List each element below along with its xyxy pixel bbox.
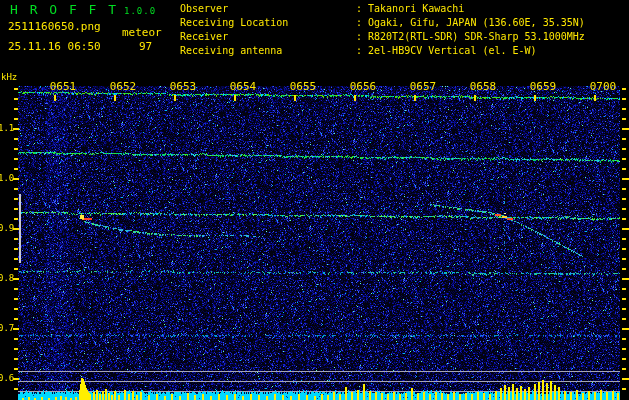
time-tick-label: 0654 bbox=[226, 80, 260, 93]
station-info-row: Receiving antenna: 2el-HB9CV Vertical (e… bbox=[180, 44, 585, 58]
time-tick-label: 0700 bbox=[586, 80, 620, 93]
time-tick-label: 0657 bbox=[406, 80, 440, 93]
output-filename: 2511160650.png bbox=[8, 20, 101, 33]
time-tick-label: 0651 bbox=[46, 80, 80, 93]
mode-label: meteor bbox=[122, 26, 162, 39]
info-label: Receiving Location bbox=[180, 16, 356, 30]
time-tick-label: 0655 bbox=[286, 80, 320, 93]
time-tick-label: 0659 bbox=[526, 80, 560, 93]
hrofft-window: H R O F F T 1.0.0 2511160650.png meteor … bbox=[0, 0, 629, 400]
echo-count: 97 bbox=[139, 40, 152, 53]
info-label: Observer bbox=[180, 2, 356, 16]
time-tick-label: 0656 bbox=[346, 80, 380, 93]
time-tick-label: 0658 bbox=[466, 80, 500, 93]
info-value: : Ogaki, Gifu, JAPAN (136.60E, 35.35N) bbox=[356, 17, 585, 28]
station-info-row: Observer: Takanori Kawachi bbox=[180, 2, 585, 16]
station-info-row: Receiver: R820T2(RTL-SDR) SDR-Sharp 53.1… bbox=[180, 30, 585, 44]
info-label: Receiving antenna bbox=[180, 44, 356, 58]
app-title: H R O F F T bbox=[10, 2, 118, 17]
freq-tick-label: 0.6 bbox=[0, 373, 14, 383]
info-value: : Takanori Kawachi bbox=[356, 3, 464, 14]
time-tick-label: 0653 bbox=[166, 80, 200, 93]
freq-axis-unit-label: kHz bbox=[1, 72, 17, 82]
freq-tick-label: 1.1 bbox=[0, 123, 14, 133]
station-info-row: Receiving Location: Ogaki, Gifu, JAPAN (… bbox=[180, 16, 585, 30]
info-value: : R820T2(RTL-SDR) SDR-Sharp 53.1000MHz bbox=[356, 31, 585, 42]
freq-tick-label: 1.0 bbox=[0, 173, 14, 183]
freq-tick-label: 0.8 bbox=[0, 273, 14, 283]
station-info: Observer: Takanori KawachiReceiving Loca… bbox=[180, 2, 585, 58]
info-value: : 2el-HB9CV Vertical (el. E-W) bbox=[356, 45, 537, 56]
time-tick-label: 0652 bbox=[106, 80, 140, 93]
info-label: Receiver bbox=[180, 30, 356, 44]
spectrogram-canvas bbox=[0, 0, 629, 400]
observation-datetime: 25.11.16 06:50 bbox=[8, 40, 101, 53]
freq-tick-label: 0.7 bbox=[0, 323, 14, 333]
freq-tick-label: 0.9 bbox=[0, 223, 14, 233]
app-version: 1.0.0 bbox=[124, 6, 156, 16]
